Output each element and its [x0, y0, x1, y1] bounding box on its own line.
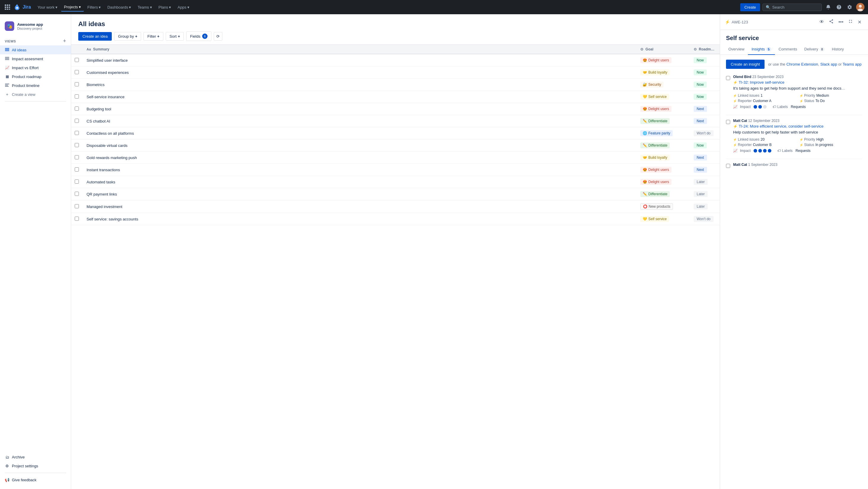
group-by-button[interactable]: Group by +: [114, 32, 141, 41]
create-idea-button[interactable]: Create an idea: [78, 32, 112, 41]
row-checkbox-9[interactable]: [75, 167, 79, 172]
row-checkbox-cell: [71, 115, 83, 127]
sidebar-item-all-ideas[interactable]: All ideas: [0, 46, 71, 54]
roadmap-badge-13: Won't do: [694, 216, 714, 222]
settings-icon[interactable]: [845, 3, 854, 11]
row-summary-12: Managed investment: [83, 200, 637, 213]
sidebar-item-archive[interactable]: 🗂 Archive: [0, 453, 71, 461]
jira-logo[interactable]: Jira: [13, 4, 31, 11]
sidebar-item-project-settings[interactable]: ⚙ Project settings: [0, 461, 71, 470]
row-checkbox-6[interactable]: [75, 131, 79, 135]
sidebar-label-impact-assessment: Impact assesment: [12, 57, 43, 61]
more-options-button[interactable]: •••: [837, 18, 845, 26]
row-goal-3: 💛 Self service: [637, 91, 690, 103]
goal-badge-10: 😍 Delight users: [640, 179, 672, 185]
insight-checkbox-2[interactable]: [726, 120, 730, 124]
impact-assessment-icon: [5, 56, 9, 61]
row-checkbox-7[interactable]: [75, 143, 79, 147]
tab-overview[interactable]: Overview: [725, 44, 748, 55]
nav-dashboards[interactable]: Dashboards ▾: [104, 3, 134, 11]
label-value-1: Requests: [790, 105, 806, 109]
row-checkbox-12[interactable]: [75, 204, 79, 208]
sidebar-label-product-timeline: Product timeline: [12, 83, 39, 88]
search-input[interactable]: [772, 5, 818, 9]
help-icon[interactable]: [835, 3, 843, 11]
goal-emoji-4: 😍: [643, 107, 647, 111]
insight-checkbox-1[interactable]: [726, 76, 730, 80]
slack-app-link[interactable]: Slack app: [820, 62, 837, 66]
search-box[interactable]: 🔍: [763, 4, 822, 11]
goal-badge-11: ✏️ Differentiate: [640, 191, 670, 197]
row-checkbox-3[interactable]: [75, 94, 79, 98]
status-value-2: In progress: [815, 143, 833, 147]
goal-text-1: Build loyalty: [648, 70, 667, 75]
sidebar-item-create-view[interactable]: + Create a view: [0, 90, 71, 99]
tab-comments[interactable]: Comments: [775, 44, 801, 55]
create-insight-button[interactable]: Create an insight: [726, 60, 765, 69]
sidebar-item-give-feedback[interactable]: 📢 Give feedback: [0, 476, 71, 484]
share-button[interactable]: [827, 18, 835, 26]
insight-content-3: Matt Cat 1 September 2023: [733, 163, 862, 168]
refresh-button[interactable]: ⟳: [214, 32, 222, 41]
sidebar-views-row: VIEWS +: [0, 36, 71, 46]
nav-filters[interactable]: Filters ▾: [85, 3, 104, 11]
priority-field-1: ⚡ Priority Medium: [800, 93, 862, 97]
watch-button[interactable]: 👁: [817, 18, 826, 26]
sidebar-item-impact-vs-effort[interactable]: 📈 Impact vs Effort: [0, 63, 71, 72]
insight-link-1[interactable]: ⚡ TI-32: Improve self-service: [733, 80, 862, 85]
grid-menu-icon[interactable]: [4, 3, 11, 11]
sidebar-label-create-view: Create a view: [12, 92, 35, 97]
row-goal-8: 🤝 Build loyalty: [637, 152, 690, 164]
tab-insights[interactable]: Insights 5: [748, 44, 775, 55]
row-checkbox-10[interactable]: [75, 179, 79, 184]
delivery-badge: 8: [819, 47, 825, 51]
expand-button[interactable]: [846, 18, 855, 26]
insight-item-2: Matt Cat 12 September 2023 ⚡ TI-24: More…: [726, 119, 862, 153]
insight-link-2[interactable]: ⚡ TI-24: More efficient service, conside…: [733, 124, 862, 128]
row-checkbox-11[interactable]: [75, 192, 79, 196]
row-checkbox-1[interactable]: [75, 70, 79, 74]
filter-button[interactable]: Filter +: [144, 32, 163, 41]
nav-projects[interactable]: Projects ▾: [61, 3, 84, 11]
sidebar-item-product-roadmap[interactable]: ▦ Product roadmap: [0, 72, 71, 81]
sort-label: Sort: [169, 34, 177, 38]
row-checkbox-13[interactable]: [75, 217, 79, 221]
add-view-icon[interactable]: +: [63, 38, 66, 44]
nav-apps[interactable]: Apps ▾: [175, 3, 192, 11]
row-checkbox-8[interactable]: [75, 155, 79, 159]
row-checkbox-4[interactable]: [75, 107, 79, 111]
notifications-icon[interactable]: [824, 3, 832, 11]
tab-delivery[interactable]: Delivery 8: [801, 44, 828, 55]
table-row: CS chatbot AI ✏️ Differentiate Next: [71, 115, 720, 127]
chrome-extension-link[interactable]: Chrome Extension: [786, 62, 818, 66]
user-avatar[interactable]: [856, 3, 864, 11]
sidebar-item-product-timeline[interactable]: Product timeline: [0, 81, 71, 90]
sort-button[interactable]: Sort +: [166, 32, 184, 41]
nav-your-work[interactable]: Your work ▾: [34, 3, 60, 11]
row-checkbox-2[interactable]: [75, 82, 79, 86]
row-checkbox-cell: [71, 176, 83, 188]
nav-teams[interactable]: Teams ▾: [134, 3, 155, 11]
project-name: Awesome app: [17, 22, 43, 27]
row-checkbox-0[interactable]: [75, 58, 79, 62]
col-goal: ⊙ Goal: [637, 45, 690, 54]
insight-checkbox-3[interactable]: [726, 164, 730, 168]
reporter-icon-1: ⚡: [733, 99, 737, 103]
filter-plus-icon: +: [157, 34, 159, 38]
row-roadmap-10: Later: [690, 176, 720, 188]
create-button[interactable]: Create: [740, 3, 760, 11]
row-goal-13: 💛 Self service: [637, 213, 690, 225]
row-checkbox-5[interactable]: [75, 119, 79, 123]
sidebar-project[interactable]: 🎭 Awesome app Discovery project: [0, 19, 71, 36]
sidebar-item-impact-assessment[interactable]: Impact assesment: [0, 54, 71, 63]
sidebar-label-impact-vs-effort: Impact vs Effort: [12, 65, 38, 70]
close-button[interactable]: ✕: [856, 18, 863, 26]
nav-plans[interactable]: Plans ▾: [156, 3, 174, 11]
insight-content-1: Olend Bird 23 September 2023 ⚡ TI-32: Im…: [733, 75, 862, 109]
fields-button[interactable]: Fields 6: [186, 31, 211, 41]
impact-label-1: Impact: [740, 105, 751, 109]
project-settings-icon: ⚙: [5, 463, 9, 468]
teams-app-link[interactable]: Teams app: [843, 62, 862, 66]
goal-badge-4: 😍 Delight users: [640, 106, 672, 112]
tab-history[interactable]: History: [828, 44, 847, 55]
